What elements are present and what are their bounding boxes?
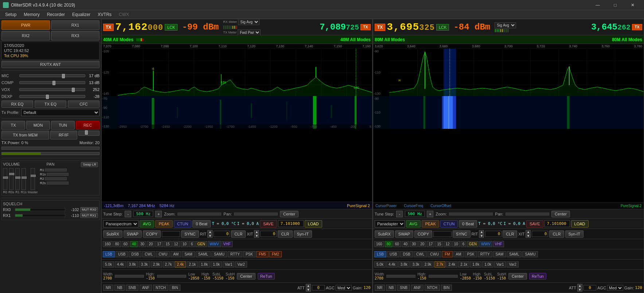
p1-band-10[interactable]: 10 xyxy=(181,241,188,247)
rec-button[interactable]: REC xyxy=(76,121,99,130)
menu-memory[interactable]: Memory xyxy=(20,11,43,18)
p1-tx-meter-select[interactable]: Fwd Pwr xyxy=(238,29,261,36)
menu-xvtrs[interactable]: XVTRs xyxy=(94,11,115,18)
p1-avg-button[interactable]: AVG xyxy=(140,220,154,227)
p1-filter-1k[interactable]: 1.0k xyxy=(211,261,222,268)
p2-att-input[interactable] xyxy=(583,285,596,290)
p2-center-button[interactable]: Center xyxy=(551,211,570,217)
p1-copy-input[interactable] xyxy=(162,231,180,237)
p1-synit-button[interactable]: Syn-IT xyxy=(294,230,312,238)
r1-fader[interactable] xyxy=(15,168,20,190)
p2-band-80[interactable]: 80 xyxy=(385,241,393,247)
p1-peak-button[interactable]: PEAK xyxy=(155,220,172,227)
p1-pan-slider[interactable] xyxy=(234,213,278,215)
cfc-button[interactable]: CFC xyxy=(68,100,99,108)
p1-filter-33k[interactable]: 3.3k xyxy=(139,261,150,268)
p2-retun-button[interactable]: ReTun xyxy=(529,273,546,280)
tx-from-mem-button[interactable]: TX from MEM xyxy=(1,131,49,139)
p1-spectrum-area[interactable]: 7,070 7,080 7,090 7,100 7,110 7,120 7,13… xyxy=(102,44,372,202)
master-fader[interactable] xyxy=(31,168,35,190)
p2-save-button[interactable]: SAVE xyxy=(526,220,543,227)
p2-band-40[interactable]: 40 xyxy=(402,241,409,247)
p1-filter-21k[interactable]: 2.1k xyxy=(187,261,198,268)
p2-mode-cwu[interactable]: CWU xyxy=(428,251,441,257)
p1-band-80[interactable]: 80 xyxy=(113,241,121,247)
p2-anf-button[interactable]: ANF xyxy=(411,285,424,291)
p1-tune-minus[interactable]: - xyxy=(125,211,131,217)
rx-eq-button[interactable]: RX EQ xyxy=(1,100,33,108)
p2-sync-button[interactable]: SYNC xyxy=(453,230,471,238)
p2-band-wwv[interactable]: WWV xyxy=(479,241,492,247)
p1-mode-fm2[interactable]: FM2 xyxy=(269,251,282,257)
p2-filter-5k[interactable]: 5.0k xyxy=(374,261,386,268)
p1-mode-select[interactable]: Panaspectrum xyxy=(103,220,138,227)
p1-mode-saml[interactable]: SAML xyxy=(196,251,211,257)
p1-high-slider[interactable] xyxy=(157,275,186,278)
mic-slider[interactable] xyxy=(19,74,85,77)
p1-band-6[interactable]: 6 xyxy=(189,241,195,247)
p2-band-60[interactable]: 60 xyxy=(393,241,401,247)
p1-clr-button[interactable]: CLR xyxy=(231,230,246,238)
p2-band-160[interactable]: 160 xyxy=(374,241,384,247)
p2-mode-am[interactable]: AM xyxy=(453,251,464,257)
p1-mode-sam[interactable]: SAM xyxy=(182,251,195,257)
p2-lck-button[interactable]: LCK xyxy=(436,24,449,31)
comp-slider[interactable] xyxy=(19,81,85,84)
p1-snb-button[interactable]: SNB xyxy=(126,285,138,291)
mute-rx1-button[interactable]: MUT RX1 xyxy=(80,213,98,218)
p2-peak-button[interactable]: PEAK xyxy=(422,220,439,227)
p2-att-up[interactable]: ▲ xyxy=(577,284,582,288)
p1-mode-am[interactable]: AM xyxy=(171,251,181,257)
p1-mode-cwu[interactable]: CWU xyxy=(156,251,170,257)
p1-filter-29k[interactable]: 2.9k xyxy=(151,261,162,268)
p1-filter-var2[interactable]: Var2 xyxy=(235,261,247,268)
p1-bin-button[interactable]: BIN xyxy=(169,285,181,291)
p1-beat-button[interactable]: 0 Beat xyxy=(192,220,211,227)
rx3-button[interactable]: RX3 xyxy=(51,31,99,40)
p1-band-15[interactable]: 15 xyxy=(164,241,171,247)
r0-fader[interactable] xyxy=(3,168,7,190)
p2-mode-rtty[interactable]: RTTY xyxy=(478,251,492,257)
p2-mode-lsb[interactable]: LSB xyxy=(374,251,386,257)
p1-mode-usb[interactable]: USB xyxy=(116,251,128,257)
p2-mode-psk[interactable]: PSK xyxy=(465,251,477,257)
tx-button[interactable]: TX xyxy=(1,121,25,130)
p1-band-60[interactable]: 60 xyxy=(122,241,129,247)
tx-profile-select[interactable]: Default xyxy=(21,109,99,116)
p1-mode-rtty[interactable]: RTTY xyxy=(228,251,242,257)
p1-nr-button[interactable]: NR xyxy=(103,285,113,291)
p2-clr-button[interactable]: CLR xyxy=(503,230,517,238)
p2-band-12[interactable]: 12 xyxy=(444,241,452,247)
p1-att-up[interactable]: ▲ xyxy=(306,284,311,288)
p2-mode-dsb[interactable]: DSB xyxy=(400,251,413,257)
tun-button[interactable]: TUN xyxy=(51,121,75,130)
dexp-slider[interactable] xyxy=(19,95,85,98)
p2-mode-saml[interactable]: SAML xyxy=(507,251,522,257)
p2-filter-33k[interactable]: 3.3k xyxy=(410,261,422,268)
rf-slider[interactable] xyxy=(78,131,99,136)
p2-filter-24k[interactable]: 2.4k xyxy=(446,261,457,268)
p2-band-10[interactable]: 10 xyxy=(452,241,460,247)
p1-mode-dsb[interactable]: DSB xyxy=(129,251,141,257)
p2-rx-meter-select[interactable]: Sig Avg xyxy=(495,22,516,28)
p1-band-gen[interactable]: GEN xyxy=(195,241,207,247)
rx2-button[interactable]: RX2 xyxy=(1,31,50,40)
menu-setup[interactable]: Setup xyxy=(1,11,20,18)
p1-freq-save-input[interactable]: 7.101000 xyxy=(278,220,304,227)
tx-eq-button[interactable]: TX EQ xyxy=(35,100,66,108)
p1-sync-button[interactable]: SYNC xyxy=(181,230,199,238)
p2-snb-button[interactable]: SNB xyxy=(397,285,410,291)
rf-if-button[interactable]: RF/IF xyxy=(50,131,77,139)
p1-nb-button[interactable]: NB xyxy=(114,285,125,291)
menu-cwx[interactable]: CWX xyxy=(115,11,133,18)
p1-xit-down[interactable]: ▼ xyxy=(254,234,259,238)
p2-spectrum-area[interactable]: 3,620 3,640 3,660 3,680 3,700 3,720 3,74… xyxy=(373,44,644,202)
p2-high-slider[interactable] xyxy=(429,275,458,278)
p2-beat-button[interactable]: 0 Beat xyxy=(459,220,477,227)
p2-subrx-button[interactable]: SubRX xyxy=(375,230,394,238)
p2-filter-21k[interactable]: 2.1k xyxy=(458,261,469,268)
p1-subrx-button[interactable]: SubRX xyxy=(103,230,122,238)
p2-mode-fm[interactable]: FM xyxy=(442,251,452,257)
p2-zoom-slider[interactable] xyxy=(449,213,493,215)
p2-copy-button[interactable]: COPY xyxy=(414,230,432,238)
